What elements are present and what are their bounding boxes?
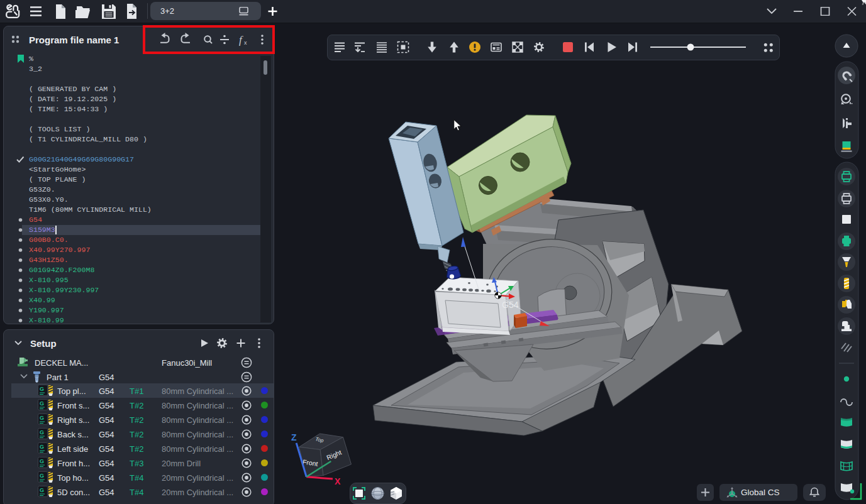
- svg-text:G: G: [40, 473, 44, 479]
- svg-text:G54: G54: [502, 300, 519, 310]
- svg-text:G: G: [40, 386, 44, 392]
- svg-text:G: G: [40, 429, 44, 436]
- svg-text:X: X: [335, 476, 341, 486]
- svg-text:G: G: [40, 400, 44, 407]
- svg-text:G: G: [40, 458, 44, 464]
- svg-text:G: G: [40, 444, 44, 450]
- svg-text:G: G: [40, 487, 44, 493]
- svg-text:G: G: [40, 415, 44, 421]
- svg-text:Z: Z: [291, 432, 297, 442]
